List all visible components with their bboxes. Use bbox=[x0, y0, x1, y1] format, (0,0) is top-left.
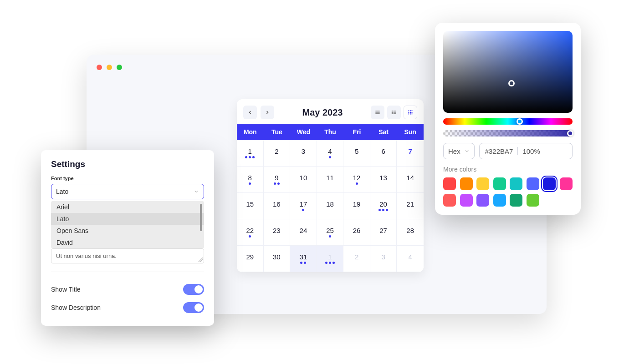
view-grid-button[interactable] bbox=[404, 106, 417, 119]
day-number: 4 bbox=[328, 147, 332, 155]
opacity-overlay bbox=[443, 130, 573, 136]
view-list-button[interactable] bbox=[371, 106, 384, 119]
opacity-cursor-icon[interactable] bbox=[567, 130, 573, 136]
color-cursor-icon[interactable] bbox=[508, 80, 515, 86]
calendar-day-cell[interactable]: 11 bbox=[317, 167, 344, 193]
calendar-day-cell[interactable]: 27 bbox=[370, 219, 397, 246]
calendar-day-cell[interactable]: 3 bbox=[370, 246, 397, 272]
show-description-toggle[interactable] bbox=[183, 302, 204, 313]
show-title-row: Show Title bbox=[51, 280, 204, 298]
day-number: 26 bbox=[353, 227, 361, 234]
day-number: 15 bbox=[246, 200, 254, 208]
svg-point-3 bbox=[392, 111, 392, 111]
color-swatch[interactable] bbox=[560, 177, 573, 190]
calendar-widget: May 2023 MonTueWedThuFriSatSun 123456789… bbox=[237, 99, 424, 272]
event-dot-icon bbox=[302, 209, 304, 211]
calendar-day-cell[interactable]: 22 bbox=[237, 219, 264, 246]
font-selected-value: Lato bbox=[56, 188, 68, 195]
calendar-day-cell[interactable]: 7 bbox=[397, 140, 424, 167]
color-format-select[interactable]: Hex bbox=[443, 143, 475, 159]
calendar-day-cell[interactable]: 23 bbox=[264, 219, 291, 246]
color-swatch[interactable] bbox=[443, 194, 456, 207]
next-month-button[interactable] bbox=[261, 106, 274, 119]
calendar-day-cell[interactable]: 30 bbox=[264, 246, 291, 272]
color-swatch[interactable] bbox=[543, 177, 556, 190]
saturation-lightness-area[interactable] bbox=[443, 31, 573, 113]
calendar-view-switcher bbox=[371, 106, 417, 119]
view-agenda-button[interactable] bbox=[387, 106, 401, 119]
color-swatch[interactable] bbox=[510, 177, 522, 190]
font-type-select[interactable]: Lato bbox=[51, 184, 204, 199]
font-option[interactable]: Ariel bbox=[51, 201, 204, 213]
event-dot-icon bbox=[356, 182, 358, 185]
calendar-day-cell[interactable]: 10 bbox=[290, 167, 317, 193]
show-title-toggle[interactable] bbox=[183, 284, 204, 295]
svg-point-7 bbox=[392, 113, 392, 114]
event-dots bbox=[302, 209, 304, 212]
minimize-window-icon[interactable] bbox=[107, 65, 112, 70]
prev-month-button[interactable] bbox=[243, 106, 257, 119]
color-swatch[interactable] bbox=[460, 177, 473, 190]
color-swatch[interactable] bbox=[493, 194, 506, 207]
hex-input[interactable]: #322BA7 100% bbox=[479, 143, 573, 159]
calendar-day-cell[interactable]: 29 bbox=[237, 246, 264, 272]
color-swatch[interactable] bbox=[510, 194, 522, 207]
close-window-icon[interactable] bbox=[97, 65, 102, 70]
calendar-day-cell[interactable]: 14 bbox=[397, 167, 424, 193]
font-option[interactable]: Lato bbox=[51, 213, 204, 225]
font-option[interactable]: Open Sans bbox=[51, 225, 204, 237]
calendar-day-cell[interactable]: 4 bbox=[397, 246, 424, 272]
description-textarea[interactable]: Ut non varius nisi urna. bbox=[51, 248, 204, 263]
chevron-right-icon bbox=[265, 110, 270, 115]
day-number: 29 bbox=[246, 253, 254, 261]
day-number: 3 bbox=[302, 147, 305, 155]
calendar-day-cell[interactable]: 25 bbox=[317, 219, 344, 246]
color-swatch[interactable] bbox=[527, 194, 539, 207]
svg-point-13 bbox=[410, 112, 411, 113]
event-dot-icon bbox=[332, 262, 335, 264]
show-title-label: Show Title bbox=[51, 286, 81, 293]
day-header: Mon bbox=[237, 124, 264, 140]
opacity-slider[interactable] bbox=[443, 130, 573, 136]
calendar-day-cell[interactable]: 13 bbox=[370, 167, 397, 193]
color-swatch[interactable] bbox=[493, 177, 506, 190]
calendar-day-cell[interactable]: 1 bbox=[317, 246, 344, 272]
calendar-day-cell[interactable]: 8 bbox=[237, 167, 264, 193]
calendar-day-cell[interactable]: 12 bbox=[343, 167, 370, 193]
calendar-day-cell[interactable]: 2 bbox=[264, 140, 291, 167]
dropdown-scrollbar[interactable] bbox=[200, 204, 202, 231]
calendar-day-cell[interactable]: 18 bbox=[317, 193, 344, 219]
color-swatch[interactable] bbox=[476, 177, 489, 190]
calendar-day-cell[interactable]: 28 bbox=[397, 219, 424, 246]
calendar-day-cell[interactable]: 31 bbox=[290, 246, 317, 272]
day-header: Fri bbox=[343, 124, 370, 140]
calendar-day-cell[interactable]: 4 bbox=[317, 140, 344, 167]
color-swatch[interactable] bbox=[460, 194, 473, 207]
color-swatch[interactable] bbox=[527, 177, 539, 190]
event-dots bbox=[356, 182, 358, 185]
event-dots bbox=[378, 209, 388, 212]
calendar-day-cell[interactable]: 26 bbox=[343, 219, 370, 246]
font-option[interactable]: David bbox=[51, 237, 204, 248]
calendar-day-cell[interactable]: 15 bbox=[237, 193, 264, 219]
calendar-day-cell[interactable]: 6 bbox=[370, 140, 397, 167]
color-swatch[interactable] bbox=[476, 194, 489, 207]
calendar-day-cell[interactable]: 9 bbox=[264, 167, 291, 193]
calendar-day-cell[interactable]: 17 bbox=[290, 193, 317, 219]
calendar-day-cell[interactable]: 19 bbox=[343, 193, 370, 219]
color-swatch[interactable] bbox=[443, 177, 456, 190]
calendar-day-cell[interactable]: 2 bbox=[343, 246, 370, 272]
calendar-day-cell[interactable]: 16 bbox=[264, 193, 291, 219]
hue-slider[interactable] bbox=[443, 118, 573, 125]
calendar-day-cell[interactable]: 1 bbox=[237, 140, 264, 167]
calendar-day-cell[interactable]: 5 bbox=[343, 140, 370, 167]
calendar-day-cell[interactable]: 24 bbox=[290, 219, 317, 246]
calendar-day-cell[interactable]: 21 bbox=[397, 193, 424, 219]
hue-cursor-icon[interactable] bbox=[517, 118, 523, 125]
day-number: 2 bbox=[355, 253, 358, 261]
calendar-day-cell[interactable]: 20 bbox=[370, 193, 397, 219]
calendar-day-cell[interactable]: 3 bbox=[290, 140, 317, 167]
event-dot-icon bbox=[245, 156, 247, 158]
maximize-window-icon[interactable] bbox=[117, 65, 122, 70]
day-number: 21 bbox=[406, 200, 414, 208]
